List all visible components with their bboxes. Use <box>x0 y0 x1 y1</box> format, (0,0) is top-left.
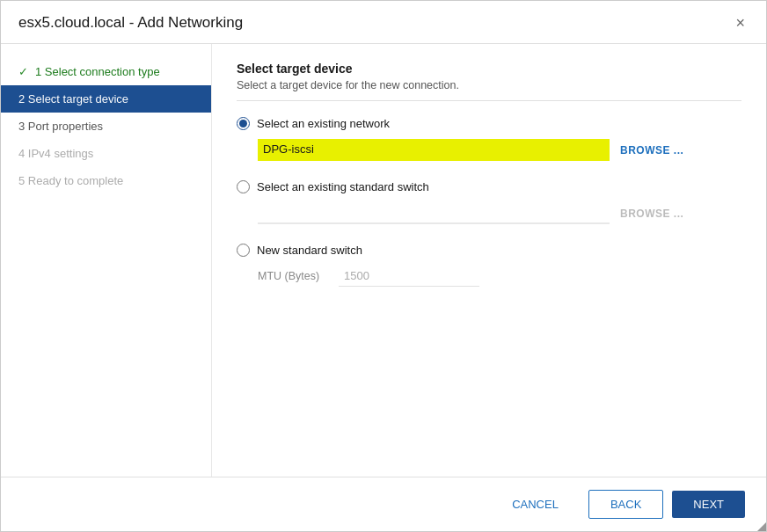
sidebar-item-step5: 5 Ready to complete <box>1 167 211 194</box>
section-desc: Select a target device for the new conne… <box>237 79 741 91</box>
radio-label-new-switch[interactable]: New standard switch <box>237 244 741 257</box>
dialog-header: esx5.cloud.local - Add Networking × <box>1 1 766 44</box>
back-button[interactable]: BACK <box>588 490 663 519</box>
mtu-label: MTU (Bytes) <box>258 270 328 282</box>
check-icon: ✓ <box>18 65 28 78</box>
sidebar-item-step3[interactable]: 3 Port properties <box>1 113 211 140</box>
section-divider <box>237 100 741 101</box>
dialog-title: esx5.cloud.local - Add Networking <box>18 14 243 32</box>
sidebar-item-step1[interactable]: ✓ 1 Select connection type <box>1 58 211 85</box>
corner-mark <box>757 522 766 531</box>
cancel-button[interactable]: CANCEL <box>491 491 580 518</box>
dialog-body: ✓ 1 Select connection type 2 Select targ… <box>1 44 766 477</box>
radio-label-existing-switch[interactable]: Select an existing standard switch <box>237 180 741 193</box>
sidebar-item-label-step4: 4 IPv4 settings <box>18 147 93 160</box>
sidebar-item-label-step3: 3 Port properties <box>18 120 103 133</box>
option-new-switch: New standard switch MTU (Bytes) <box>237 244 741 287</box>
radio-label-existing-network[interactable]: Select an existing network <box>237 117 741 130</box>
new-switch-label: New standard switch <box>257 244 362 257</box>
existing-network-input[interactable] <box>258 139 610 161</box>
sidebar-item-step4: 4 IPv4 settings <box>1 140 211 167</box>
sidebar-item-label-step1: 1 Select connection type <box>35 65 160 78</box>
sidebar: ✓ 1 Select connection type 2 Select targ… <box>1 44 212 477</box>
sidebar-item-step2[interactable]: 2 Select target device <box>1 85 211 113</box>
radio-existing-switch[interactable] <box>237 180 250 193</box>
sidebar-item-label-step2: 2 Select target device <box>18 92 128 106</box>
dialog-footer: CANCEL BACK NEXT <box>1 477 766 531</box>
mtu-row: MTU (Bytes) <box>258 266 741 287</box>
existing-network-input-row: BROWSE ... <box>258 139 741 161</box>
section-title: Select target device <box>237 62 741 76</box>
existing-switch-browse-button: BROWSE ... <box>620 208 683 220</box>
close-button[interactable]: × <box>732 13 749 33</box>
option-existing-network: Select an existing network BROWSE ... <box>237 117 741 161</box>
radio-new-switch[interactable] <box>237 244 250 257</box>
existing-switch-input[interactable] <box>258 202 610 224</box>
main-content: Select target device Select a target dev… <box>212 44 766 477</box>
next-button[interactable]: NEXT <box>672 491 745 518</box>
existing-network-label: Select an existing network <box>257 117 390 130</box>
mtu-input[interactable] <box>339 266 479 287</box>
dialog-container: esx5.cloud.local - Add Networking × ✓ 1 … <box>0 0 767 532</box>
existing-network-browse-button[interactable]: BROWSE ... <box>620 144 683 157</box>
option-existing-switch: Select an existing standard switch BROWS… <box>237 180 741 224</box>
existing-switch-input-row: BROWSE ... <box>258 202 741 224</box>
existing-switch-label: Select an existing standard switch <box>257 180 429 193</box>
sidebar-item-label-step5: 5 Ready to complete <box>18 174 123 187</box>
radio-existing-network[interactable] <box>237 117 250 130</box>
